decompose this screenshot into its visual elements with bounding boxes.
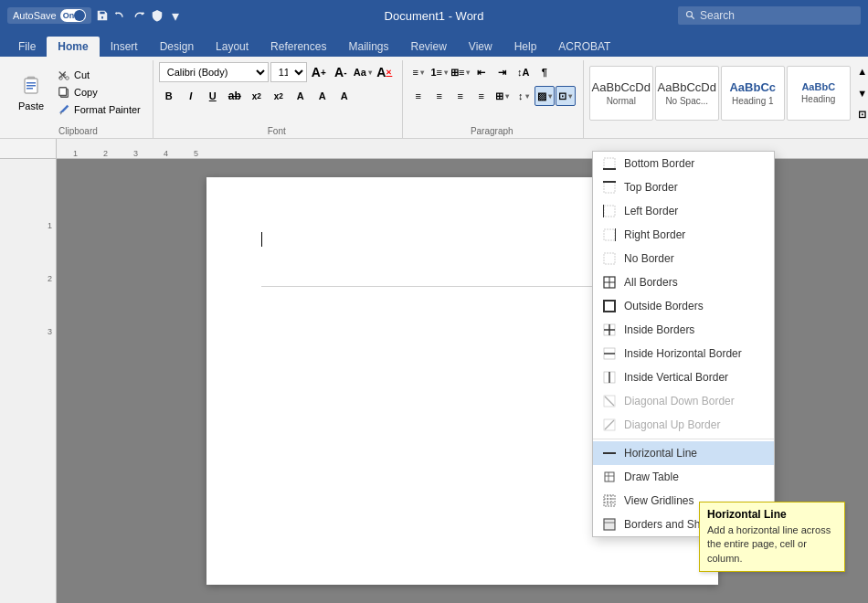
justify-button[interactable]: ≡ (471, 86, 492, 106)
menu-item-draw-table[interactable]: Draw Table (593, 465, 774, 489)
decrease-indent-button[interactable]: ⇤ (471, 62, 492, 82)
sort-button[interactable]: ↕A (513, 62, 534, 82)
tab-view[interactable]: View (458, 37, 503, 57)
inside-borders-label: Inside Borders (624, 323, 694, 336)
style-heading[interactable]: AaBbC Heading (787, 66, 851, 121)
svg-rect-37 (605, 472, 614, 481)
menu-item-right-border[interactable]: Right Border (593, 223, 774, 247)
no-border-icon (602, 251, 617, 266)
tab-file[interactable]: File (7, 37, 47, 57)
borders-button[interactable]: ⊡▾ (556, 86, 576, 106)
outside-borders-label: Outside Borders (624, 300, 704, 312)
save-icon[interactable] (95, 8, 110, 23)
copy-button[interactable]: Copy (53, 84, 145, 100)
left-border-label: Left Border (624, 205, 678, 217)
styles-down-button[interactable]: ▼ (852, 83, 868, 103)
inside-h-border-label: Inside Horizontal Border (624, 347, 742, 360)
menu-item-outside-borders[interactable]: Outside Borders (593, 294, 774, 318)
svg-line-33 (605, 397, 614, 406)
style-heading1[interactable]: AaBbCc Heading 1 (721, 66, 785, 121)
tab-acrobat[interactable]: ACROBAT (547, 37, 621, 57)
all-borders-icon (602, 275, 617, 290)
menu-item-inside-v-border[interactable]: Inside Vertical Border (593, 365, 774, 389)
italic-button[interactable]: I (181, 86, 201, 106)
change-case-button[interactable]: Aa▾ (353, 62, 373, 82)
font-color-button[interactable]: A (291, 86, 311, 106)
no-border-label: No Border (624, 252, 674, 265)
superscript-button[interactable]: x2 (269, 86, 289, 106)
align-right-button[interactable]: ≡ (450, 86, 471, 106)
clipboard-group-label: Clipboard (11, 123, 145, 136)
tab-home[interactable]: Home (47, 37, 99, 57)
styles-expand-button[interactable]: ⊡ (852, 105, 868, 125)
svg-line-1 (692, 16, 694, 19)
format-painter-button[interactable]: Format Painter (53, 101, 145, 118)
highlight-button[interactable]: A (312, 86, 333, 106)
menu-item-no-border[interactable]: No Border (593, 247, 774, 270)
increase-indent-button[interactable]: ⇥ (492, 62, 513, 82)
shading2-button[interactable]: ▨▾ (535, 86, 555, 106)
align-center-button[interactable]: ≡ (429, 86, 450, 106)
menu-item-left-border[interactable]: Left Border (593, 199, 774, 223)
cut-label: Cut (74, 69, 90, 80)
svg-rect-4 (26, 82, 36, 84)
clipboard-group: Paste Cut Copy Format Painter Clipboard (7, 60, 153, 138)
right-border-label: Right Border (624, 228, 685, 241)
inside-h-border-icon (602, 346, 617, 361)
autosave-toggle[interactable]: On (60, 9, 86, 22)
paste-button[interactable]: Paste (11, 69, 51, 116)
columns-button[interactable]: ⊞▾ (492, 86, 513, 106)
protect-icon[interactable] (150, 8, 164, 23)
menu-item-inside-h-border[interactable]: Inside Horizontal Border (593, 342, 774, 365)
underline-button[interactable]: U (203, 86, 223, 106)
tab-mailings[interactable]: Mailings (337, 37, 399, 57)
numbering-button[interactable]: 1≡▾ (429, 62, 450, 82)
tab-references[interactable]: References (259, 37, 337, 57)
search-label: Search (700, 9, 735, 22)
menu-item-horizontal-line[interactable]: Horizontal Line (593, 441, 774, 465)
cut-button[interactable]: Cut (53, 67, 145, 83)
tooltip-title: Horizontal Line (707, 508, 837, 521)
font-name-select[interactable]: Calibri (Body) (159, 62, 269, 82)
style-normal-preview: AaBbCcDd (592, 80, 651, 94)
shrink-font-button[interactable]: A- (331, 62, 351, 82)
search-box[interactable]: Search (678, 6, 861, 25)
bullets-button[interactable]: ≡▾ (408, 62, 429, 82)
tab-review[interactable]: Review (399, 37, 457, 57)
style-nospacing[interactable]: AaBbCcDd No Spac... (655, 66, 719, 121)
diagonal-up-label: Diagonal Up Border (624, 418, 720, 431)
bold-button[interactable]: B (159, 86, 179, 106)
line-spacing-button[interactable]: ↕▾ (513, 86, 534, 106)
style-normal[interactable]: AaBbCcDd Normal (589, 66, 653, 121)
text-cursor[interactable] (261, 232, 262, 247)
shading-button[interactable]: A (334, 86, 355, 106)
menu-item-bottom-border[interactable]: Bottom Border (593, 152, 774, 175)
border-separator-1 (593, 439, 774, 439)
styles-up-button[interactable]: ▲ (852, 61, 868, 81)
show-marks-button[interactable]: ¶ (535, 62, 555, 82)
style-nospacing-preview: AaBbCcDd (658, 80, 716, 94)
menu-item-inside-borders[interactable]: Inside Borders (593, 318, 774, 342)
strikethrough-button[interactable]: ab (225, 86, 245, 106)
align-left-button[interactable]: ≡ (408, 86, 429, 106)
undo-icon[interactable] (113, 8, 128, 23)
document-title: Document1 - Word (385, 9, 484, 23)
top-border-label: Top Border (624, 181, 678, 194)
menu-item-top-border[interactable]: Top Border (593, 175, 774, 199)
svg-point-8 (66, 76, 69, 79)
toggle-state-label: On (61, 11, 75, 20)
subscript-button[interactable]: x2 (247, 86, 267, 106)
tab-design[interactable]: Design (149, 37, 205, 57)
tab-insert[interactable]: Insert (100, 37, 149, 57)
multilevel-button[interactable]: ⊞≡▾ (450, 62, 471, 82)
tab-help[interactable]: Help (503, 37, 548, 57)
tab-layout[interactable]: Layout (205, 37, 259, 57)
customize-icon[interactable]: ▾ (168, 8, 183, 23)
grow-font-button[interactable]: A+ (309, 62, 329, 82)
redo-icon[interactable] (132, 8, 146, 23)
menu-item-all-borders[interactable]: All Borders (593, 270, 774, 294)
top-border-icon (602, 180, 617, 195)
right-border-icon (602, 227, 617, 242)
clear-format-button[interactable]: A✕ (375, 62, 395, 82)
font-size-select[interactable]: 11 (270, 62, 307, 82)
